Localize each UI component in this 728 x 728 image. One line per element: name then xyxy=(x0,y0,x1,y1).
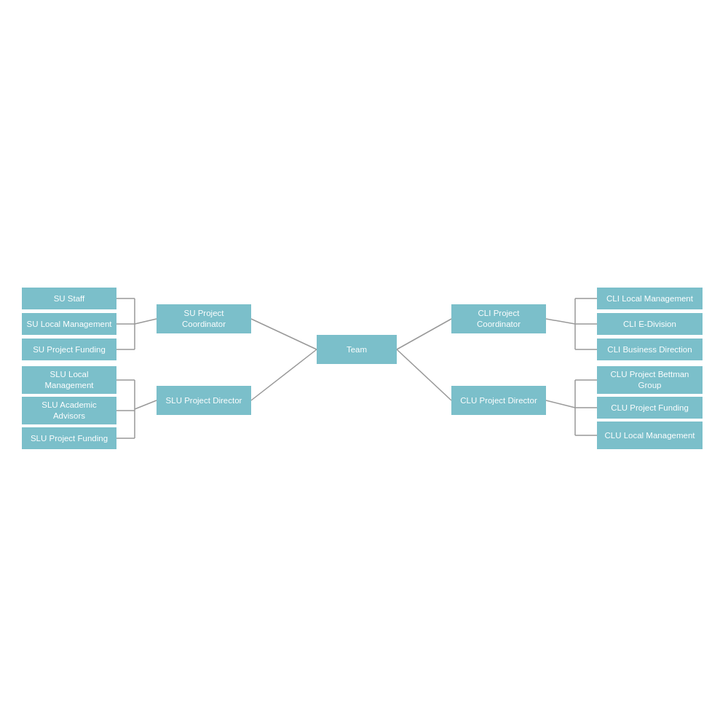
clu-project-funding-node: CLU Project Funding xyxy=(597,397,703,419)
svg-line-2 xyxy=(397,319,451,349)
clu-project-bettman-node: CLU Project Bettman Group xyxy=(597,366,703,394)
cli-project-coordinator-node: CLI Project Coordinator xyxy=(451,304,546,333)
svg-line-18 xyxy=(546,319,575,324)
svg-line-23 xyxy=(546,400,575,408)
connectors-svg xyxy=(0,0,728,728)
svg-line-1 xyxy=(251,349,317,400)
cli-e-division-node: CLI E-Division xyxy=(597,313,703,335)
slu-academic-advisors-node: SLU Academic Advisors xyxy=(22,397,116,424)
slu-project-funding-node: SLU Project Funding xyxy=(22,427,116,449)
svg-line-3 xyxy=(397,349,451,400)
svg-line-0 xyxy=(251,319,317,349)
su-staff-node: SU Staff xyxy=(22,288,116,309)
su-local-management-node: SU Local Management xyxy=(22,313,116,335)
cli-local-management-node: CLI Local Management xyxy=(597,288,703,309)
clu-project-director-node: CLU Project Director xyxy=(451,386,546,415)
team-node: Team xyxy=(317,335,397,364)
clu-local-management-node: CLU Local Management xyxy=(597,422,703,449)
cli-business-direction-node: CLI Business Direction xyxy=(597,339,703,360)
svg-line-8 xyxy=(135,319,157,324)
slu-project-director-node: SLU Project Director xyxy=(157,386,251,415)
su-project-funding-node: SU Project Funding xyxy=(22,339,116,360)
org-chart: Team SU Project Coordinator SLU Project … xyxy=(0,0,728,728)
su-project-coordinator-node: SU Project Coordinator xyxy=(157,304,251,333)
svg-line-13 xyxy=(135,400,157,409)
slu-local-management-node: SLU Local Management xyxy=(22,366,116,394)
